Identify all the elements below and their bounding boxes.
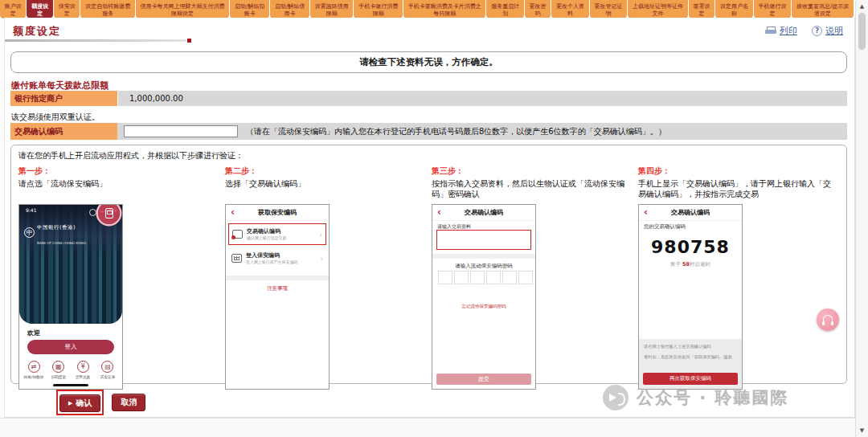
- pin-boxes: [438, 271, 533, 284]
- boc-logo-icon: 中: [24, 227, 35, 238]
- submit-button: 提交: [436, 374, 531, 385]
- back-icon: ‹: [644, 206, 648, 218]
- triangle-icon: ▶: [68, 400, 72, 406]
- help-label: 说明: [825, 25, 843, 37]
- headset-icon: [89, 209, 96, 216]
- step-2-desc: 选择「交易确认编码」: [225, 178, 420, 202]
- pin-box: [518, 271, 533, 284]
- tab-change-personal-info[interactable]: 更改个人资料: [551, 0, 588, 18]
- divider-band: [226, 276, 329, 280]
- qr-withdraw-icon: ▦: [52, 361, 64, 373]
- step-1-column: 第一步： 请点选「流动保安编码」 9:41 ▂▄▆ ▮ 中 中国银行(香港): [18, 165, 225, 390]
- get-code-again-button: 再次获取保安编码: [643, 373, 738, 385]
- pin-box: [454, 271, 469, 284]
- tab-security-settings[interactable]: 保安设定: [54, 0, 80, 18]
- status-time: 9:41: [26, 207, 36, 213]
- tab-notification-channel-settings[interactable]: 接收重要讯息/提示渠道设定: [792, 0, 854, 18]
- steps-intro: 请在您的手机上开启流动应用程式，并根据以下步骤进行验证：: [18, 150, 244, 161]
- quick-action: ¥ 货币兑换: [71, 361, 95, 380]
- help-icon: ?: [812, 26, 822, 36]
- quick-actions-row: ⇄ 转账/转数快 ▦ 扫码提款 ¥ 货币兑换: [22, 361, 120, 380]
- transaction-code-icon: [232, 230, 243, 239]
- tab-mobile-card-spending-limit[interactable]: 手机卡银行消费限额: [354, 0, 402, 18]
- print-label: 列印: [780, 25, 797, 37]
- tab-activate-debit-card[interactable]: 启动/解除扣账卡: [230, 0, 269, 18]
- login-button: 登入: [27, 340, 114, 354]
- phone-screenshot-enter-transaction: ‹ 交易确认编码 请输入交易资料 请输入流动保安编码密码: [432, 204, 536, 390]
- tab-international-credit-limit[interactable]: 设置国际信用限额: [310, 0, 353, 18]
- page-title: 额度设定: [13, 24, 61, 39]
- login-security-code-option: 登入保安编码 登入网上银行或产生保安编码 ›: [228, 247, 326, 269]
- tab-change-registration-cert[interactable]: 更改登记证明: [590, 0, 627, 18]
- cancel-button[interactable]: 取消: [112, 394, 145, 411]
- quick-action: ⇄ 转账/转数快: [22, 361, 46, 380]
- tab-limit-settings[interactable]: 额度设定: [27, 0, 52, 18]
- tab-service-restart-plan[interactable]: 服务重启计划: [486, 0, 523, 18]
- verification-steps-panel: 请在您的手机上开启流动应用程式，并根据以下步骤进行验证： 第一步： 请点选「流动…: [10, 145, 847, 384]
- pin-box: [438, 271, 452, 284]
- code-label: 您的交易确认编码: [644, 223, 686, 231]
- online-banking-screen: 账户设定 额度设定 保安设定 设定自动转账缴费服务 信用卡每月网上理财大额支付消…: [0, 0, 868, 437]
- pin-box: [502, 271, 517, 284]
- tab-autopay-service[interactable]: 设定自动转账缴费服务: [80, 0, 134, 18]
- printer-icon: [765, 27, 776, 35]
- back-icon: ‹: [231, 206, 235, 218]
- page-utility-links: 列印 ? 说明: [765, 25, 843, 37]
- note-line: 请在网上银行输入上述交易确认编码: [644, 344, 732, 349]
- divider-band: [432, 254, 535, 259]
- transaction-data-field-highlighted: [436, 230, 531, 250]
- title-underline: [5, 39, 186, 42]
- transaction-code-option-highlighted: 交易确认编码 确认网上银行指定交易 ›: [228, 223, 326, 245]
- settings-tab-bar: 账户设定 额度设定 保安设定 设定自动转账缴费服务 信用卡每月网上理财大额支付消…: [0, 0, 854, 18]
- step-2-label: 第二步：: [225, 165, 420, 177]
- tab-signature-settings[interactable]: 签署设定: [689, 0, 714, 18]
- print-link[interactable]: 列印: [765, 25, 797, 37]
- back-icon: ‹: [437, 206, 441, 218]
- footer-actions: ▶ 确认 取消: [56, 390, 145, 415]
- watermark-text: 公众号 · 聆聽國際: [637, 386, 789, 409]
- bank-name-en: BANK OF CHINA (HONG KONG): [37, 241, 86, 245]
- transaction-code-row: 交易确认编码 （请在「流动保安编码」内输入您在本行登记的手机电话号码最后8位数字…: [10, 123, 847, 140]
- tab-upload-address-proof[interactable]: 上载地址证明等证件文件: [628, 0, 687, 18]
- limit-section-heading: 缴付账单每天拨款总限额: [11, 80, 108, 92]
- step-2-column: 第二步： 选择「交易确认编码」 ‹ 获取保安编码 交易确认编码 确认网上银行指定…: [225, 165, 432, 390]
- step-1-desc: 请点选「流动保安编码」: [18, 178, 214, 202]
- pin-box: [486, 271, 501, 284]
- tab-account-settings[interactable]: 账户设定: [0, 0, 26, 18]
- step-4-column: 第四步： 手机上显示「交易确认编码」，请于网上银行输入「交易确认编码」，并按指示…: [638, 165, 845, 390]
- phone-screenshot-app-home: 9:41 ▂▄▆ ▮ 中 中国银行(香港) BANK OF CHINA (HON…: [18, 204, 123, 390]
- quick-action: ▦ 扫码提款: [47, 361, 71, 380]
- page-scrollbar[interactable]: ▲ ▼: [855, 0, 868, 437]
- phone-screenshot-code-display: ‹ 交易确认编码 您的交易确认编码 980758 将于 58秒后逾时 请在网上银…: [638, 204, 743, 390]
- steps-grid: 第一步： 请点选「流动保安编码」 9:41 ▂▄▆ ▮ 中 中国银行(香港): [18, 165, 845, 390]
- merchant-label: 银行指定商户: [10, 91, 117, 106]
- phone-screenshot-get-security-code: ‹ 获取保安编码 交易确认编码 确认网上银行指定交易 ›: [225, 204, 330, 390]
- tab-credit-card-online-payment-limit[interactable]: 信用卡每月网上理财大额支付消费限额设定: [136, 0, 229, 18]
- customer-service-float-button[interactable]: [817, 308, 839, 331]
- screen-title: 获取保安编码: [258, 208, 297, 217]
- transaction-code-label: 交易确认编码: [10, 123, 117, 140]
- scroll-up-arrow[interactable]: ▲: [856, 3, 868, 10]
- title-underline-dot: [187, 39, 191, 43]
- merchant-limit-row: 银行指定商户 1,000,000.00: [10, 91, 847, 106]
- headset-icon: [823, 315, 833, 322]
- pin-label: 请输入流动保安编码密码: [432, 263, 535, 270]
- scroll-down-arrow[interactable]: ▼: [856, 427, 868, 434]
- countdown-seconds: 58: [682, 261, 690, 268]
- transfer-icon: ⇄: [28, 361, 40, 373]
- transaction-code-input[interactable]: [124, 125, 238, 137]
- bank-name: 中国银行(香港): [37, 224, 76, 231]
- confirm-button[interactable]: ▶ 确认: [59, 394, 100, 412]
- tab-mobile-card-daily-limit[interactable]: 手机卡签账消费及卡片消费之每日限额: [403, 0, 485, 18]
- forgot-pin-link: 忘记流动保安编码密码: [432, 304, 535, 309]
- tab-change-password[interactable]: 更改密码: [525, 0, 551, 18]
- scrollbar-thumb[interactable]: [858, 13, 866, 50]
- tab-set-username[interactable]: 设定用户名称: [715, 0, 752, 18]
- tab-activate-credit-card[interactable]: 启动/解除信用卡: [270, 0, 309, 18]
- tab-mobile-banking-settings[interactable]: 手机银行设定: [754, 0, 791, 18]
- help-link[interactable]: ? 说明: [812, 25, 843, 37]
- chevron-right-icon: ›: [320, 255, 323, 263]
- security-device-icon: [105, 208, 113, 218]
- step-3-desc: 按指示输入交易资料，然后以生物认证或「流动保安编码」密码确认: [432, 178, 627, 202]
- step-4-desc: 手机上显示「交易确认编码」，请于网上银行输入「交易确认编码」，并按指示完成交易: [638, 178, 833, 202]
